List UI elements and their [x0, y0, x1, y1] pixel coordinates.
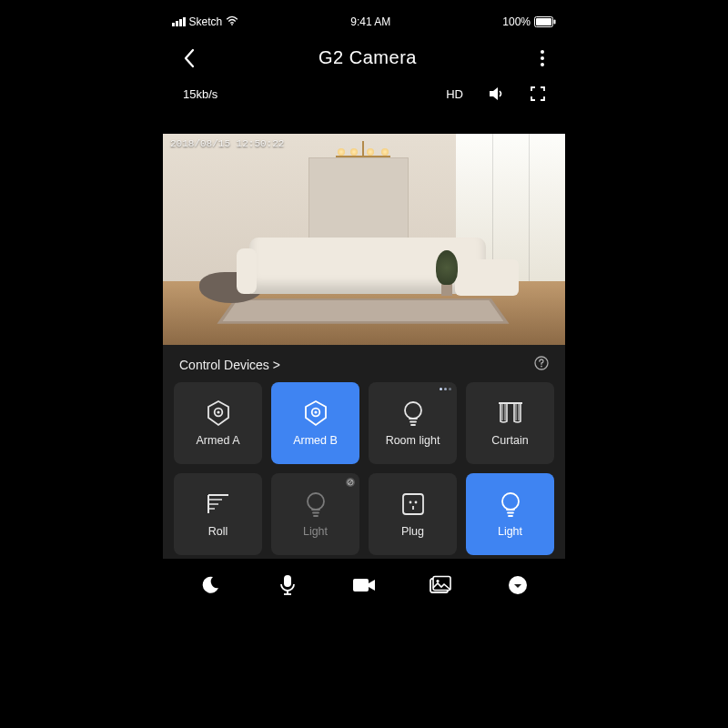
bulb-icon: [497, 490, 524, 518]
control-tile-light-7[interactable]: Light: [466, 473, 554, 555]
svg-rect-27: [403, 494, 423, 514]
tile-label: Room light: [386, 434, 440, 447]
mic-button[interactable]: [272, 571, 303, 599]
battery-percent: 100%: [502, 15, 531, 28]
status-time: 9:41 AM: [350, 15, 390, 28]
svg-point-31: [502, 493, 519, 510]
tile-label: Light: [303, 525, 328, 538]
signal-bars-icon: [172, 17, 186, 26]
tile-label: Roll: [208, 525, 228, 538]
svg-point-5: [541, 56, 544, 60]
control-tile-curtain-3[interactable]: Curtain: [466, 382, 554, 464]
disabled-badge-icon: [346, 478, 355, 487]
curtain-icon: [497, 399, 524, 427]
control-tile-room-light-2[interactable]: Room light: [369, 382, 457, 464]
control-tile-plug-6[interactable]: Plug: [369, 473, 457, 555]
stream-toolbar: 15kb/s HD: [163, 76, 565, 106]
status-left: Sketch: [172, 15, 238, 28]
wifi-icon: [226, 15, 238, 28]
control-tile-light-5[interactable]: Light: [271, 473, 359, 555]
tile-label: Armed B: [293, 434, 338, 447]
help-button[interactable]: [534, 356, 549, 373]
battery-icon: [534, 16, 556, 27]
svg-point-29: [414, 501, 417, 504]
svg-rect-3: [553, 20, 555, 25]
svg-point-12: [314, 410, 317, 413]
volume-button[interactable]: [489, 86, 505, 101]
shield-hexagon-icon: [302, 399, 329, 427]
plug-icon: [399, 490, 427, 518]
controls-panel: Control Devices > Armed A Armed B Room l…: [163, 345, 565, 559]
loading-dots-icon: [440, 388, 451, 390]
night-mode-button[interactable]: [195, 571, 226, 599]
svg-point-0: [231, 24, 233, 25]
svg-point-8: [541, 366, 542, 368]
tile-label: Light: [498, 525, 522, 538]
roller-icon: [205, 490, 232, 518]
svg-point-28: [409, 501, 411, 504]
nav-bar: G2 Camera: [163, 31, 565, 76]
back-button[interactable]: [183, 48, 196, 68]
bottom-bar: [163, 559, 565, 606]
fullscreen-button[interactable]: [531, 86, 545, 101]
svg-point-24: [308, 493, 324, 510]
page-title: G2 Camera: [318, 47, 417, 68]
tile-label: Plug: [401, 525, 424, 538]
chandelier-graphic: [336, 141, 390, 174]
menu-kebab-button[interactable]: [540, 49, 545, 67]
svg-line-26: [349, 480, 352, 484]
svg-rect-32: [284, 575, 291, 587]
tile-label: Curtain: [491, 434, 528, 447]
bitrate-label: 15kb/s: [183, 87, 217, 101]
status-right: 100%: [502, 15, 556, 28]
controls-header[interactable]: Control Devices >: [179, 358, 280, 372]
svg-point-4: [541, 50, 544, 54]
shield-hexagon-icon: [205, 399, 232, 427]
camera-feed[interactable]: 2018/08/15 12:50:22: [163, 134, 565, 345]
tile-label: Armed A: [197, 434, 240, 447]
svg-point-38: [437, 580, 440, 582]
status-bar: Sketch 9:41 AM 100%: [163, 9, 565, 31]
svg-rect-2: [536, 18, 551, 25]
bulb-icon: [302, 490, 329, 518]
svg-point-10: [217, 410, 219, 413]
control-tile-armed-b-1[interactable]: Armed B: [271, 382, 359, 464]
phone-frame: Sketch 9:41 AM 100% G2 Camera 15kb/s HD: [163, 0, 565, 728]
controls-grid: Armed A Armed B Room light Curtain Roll …: [174, 382, 554, 555]
feed-timestamp: 2018/08/15 12:50:22: [170, 138, 284, 149]
record-button[interactable]: [349, 571, 379, 599]
carrier-label: Sketch: [189, 15, 223, 28]
svg-rect-35: [353, 579, 369, 592]
bulb-icon: [399, 399, 427, 427]
gallery-button[interactable]: [425, 571, 456, 599]
quality-button[interactable]: HD: [446, 87, 463, 101]
more-button[interactable]: [502, 571, 533, 599]
svg-point-6: [541, 63, 544, 66]
control-tile-armed-a-0[interactable]: Armed A: [174, 382, 262, 464]
control-tile-roll-4[interactable]: Roll: [174, 473, 262, 555]
svg-point-13: [405, 402, 421, 419]
